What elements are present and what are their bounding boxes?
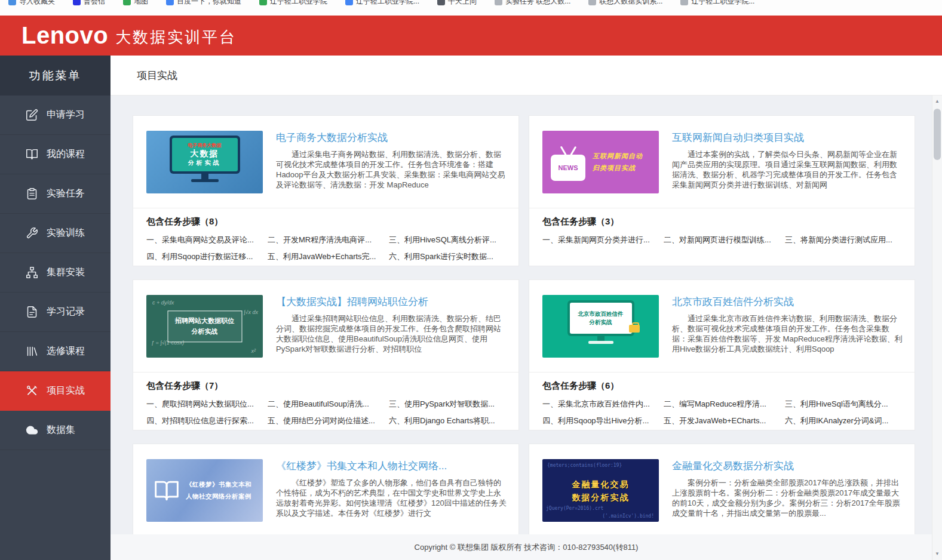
task-step[interactable]: 四、利用Sqoop进行数据迁移... [146, 251, 263, 262]
app-title: 大数据实训平台 [115, 23, 237, 48]
sidebar-item-project-practice[interactable]: 项目实战 [0, 371, 111, 411]
task-step[interactable]: 六、利用IKAnalyzer分词&词... [785, 416, 901, 426]
bookmark-label: 实验任务 联想大数... [505, 0, 570, 7]
sidebar-item-label: 项目实战 [47, 384, 85, 397]
project-card: c + dy/dx ∫√x dx ƒ = ∫√(1-cosx) x² 招聘网站大… [133, 279, 519, 430]
project-card-top: NEWS 互联网新闻自动归类项目实战 互联网新闻自动归类项目实战 通过本案例的实… [529, 116, 915, 208]
project-info: 互联网新闻自动归类项目实战 通过本案例的实战，了解类似今日头条、网易新闻等企业在… [672, 131, 903, 193]
thumbnail-caption: 互联网新闻自动归类项目实战 [593, 150, 643, 174]
task-step[interactable]: 一、爬取招聘网站大数据职位... [146, 399, 263, 410]
task-step[interactable]: 五、开发JavaWeb+ECharts... [664, 416, 780, 426]
task-steps-section: 包含任务步骤（3） 一、采集新闻网页分类并进行...二、对新闻网页进行模型训练.… [529, 208, 915, 266]
bookmark-item[interactable]: 百度一下，你就知道 [166, 0, 241, 7]
sidebar-item-datasets[interactable]: 数据集 [0, 411, 111, 450]
project-title-link[interactable]: 互联网新闻自动归类项目实战 [672, 131, 903, 144]
project-thumbnail[interactable]: {meters;contains(floor:19} jQuery(Per=20… [542, 459, 659, 522]
task-step[interactable]: 六、利用Spark进行实时数据... [389, 251, 505, 262]
task-step[interactable]: 四、利用Sqoop导出Hive分析... [542, 416, 659, 426]
project-card: NEWS 互联网新闻自动归类项目实战 互联网新闻自动归类项目实战 通过本案例的实… [529, 115, 915, 266]
project-card: 《红楼梦》书集文本和人物社交网络分析案例 《红楼梦》书集文本和人物社交网络...… [133, 444, 519, 534]
project-thumbnail[interactable]: 《红楼梦》书集文本和人物社交网络分析案例 [146, 459, 263, 522]
project-description: 通过本案例的实战，了解类似今日头条、网易新闻等企业在新闻产品类应用的实现原理。项… [672, 149, 903, 190]
sidebar-item-experiment-training[interactable]: 实验训练 [0, 214, 111, 253]
project-thumbnail[interactable]: 电子商务大数据大数据分析实战 [146, 131, 263, 193]
task-step[interactable]: 三、利用HiveSql语句离线分... [785, 399, 901, 410]
bookmark-favicon-icon [437, 0, 445, 5]
task-step[interactable]: 一、采集电商网站交易及评论... [146, 235, 263, 245]
project-thumbnail[interactable]: 北京市政百姓信件分析实战 [542, 295, 659, 358]
sidebar-item-study-records[interactable]: 学习记录 [0, 293, 111, 332]
steps-count-header: 包含任务步骤（8） [146, 216, 505, 227]
project-card-top: c + dy/dx ∫√x dx ƒ = ∫√(1-cosx) x² 招聘网站大… [133, 280, 518, 372]
project-card-top: 《红楼梦》书集文本和人物社交网络分析案例 《红楼梦》书集文本和人物社交网络...… [133, 444, 518, 534]
sidebar-item-cluster-install[interactable]: 集群安装 [0, 253, 111, 293]
task-step[interactable]: 三、利用HiveSQL离线分析评... [389, 235, 505, 245]
sidebar-item-label: 实验任务 [47, 187, 85, 200]
task-step[interactable]: 三、将新闻分类进行测试应用... [785, 235, 901, 245]
sidebar-item-apply-study[interactable]: 申请学习 [0, 96, 111, 135]
task-step[interactable]: 五、利用JavaWeb+Echarts完... [268, 251, 384, 262]
vertical-scrollbar[interactable]: ▲ ▼ [932, 96, 942, 560]
scroll-up-icon[interactable]: ▲ [932, 97, 942, 106]
scroll-down-icon[interactable]: ▼ [932, 549, 942, 559]
bookmark-item[interactable]: 实验任务 联想大数... [495, 0, 570, 7]
scrollbar-thumb[interactable] [934, 109, 941, 160]
task-step[interactable]: 二、编写MapReduce程序清... [664, 399, 780, 410]
bookmark-label: 百度一下，你就知道 [177, 0, 241, 7]
sidebar-item-label: 数据集 [47, 424, 75, 436]
experiment-task-icon [26, 187, 38, 200]
bookmark-favicon-icon [345, 0, 353, 5]
project-description: 通过采集电子商务网站数据、利用数据清洗、数据分析、数据可视化技术完成整体项目的开… [276, 149, 507, 190]
thumbnail-caption: 金融量化交易数据分析实战 [542, 477, 659, 504]
sidebar-item-experiment-tasks[interactable]: 实验任务 [0, 174, 111, 214]
bookmark-item[interactable]: 千天上间 [437, 0, 477, 7]
task-step[interactable]: 二、开发MR程序清洗电商评... [268, 235, 384, 245]
monitor-graphic: 北京市政百姓信件分析实战 [567, 300, 634, 336]
chalk-formula: x² [251, 348, 256, 354]
project-description: 通过采集招聘网站职位信息、利用数据清洗、数据分析、结巴分词、数据挖掘完成整体项目… [276, 313, 507, 354]
steps-count-header: 包含任务步骤（3） [542, 216, 901, 227]
sidebar-item-my-courses[interactable]: 我的课程 [0, 135, 111, 174]
monitor-stand [201, 174, 208, 179]
sidebar-item-elective-courses[interactable]: 选修课程 [0, 332, 111, 371]
bookmark-favicon-icon [495, 0, 502, 5]
bookmark-item[interactable]: 辽宁轻工职业学院 [259, 0, 327, 7]
bookmark-item[interactable]: 普会信 [73, 0, 105, 7]
bookmark-item[interactable]: 导入收藏夹 [8, 0, 55, 7]
project-practice-icon [26, 384, 38, 397]
project-title-link[interactable]: 金融量化交易数据分析实战 [672, 459, 903, 473]
bookmark-item[interactable]: 联想大数据实训系... [588, 0, 662, 7]
project-description: 通过采集北京市政百姓信件来访数据、利用数据清洗、数据分析、数据可视化技术完成整体… [672, 313, 903, 354]
bookmark-item[interactable]: 地图 [123, 0, 148, 7]
task-step[interactable]: 五、使用结巴分词对岗位描述... [268, 416, 384, 426]
project-card-top: 北京市政百姓信件分析实战 北京市政百姓信件分析实战 通过采集北京市政百姓信件来访… [529, 280, 915, 372]
project-thumbnail[interactable]: NEWS 互联网新闻自动归类项目实战 [542, 131, 659, 193]
project-card-top: {meters;contains(floor:19} jQuery(Per=20… [529, 444, 915, 534]
task-step[interactable]: 四、对招聘职位信息进行探索... [146, 416, 263, 426]
tv-news-icon: NEWS [551, 144, 585, 181]
briefcase-icon [629, 325, 640, 333]
sidebar-item-label: 学习记录 [47, 306, 85, 318]
task-step[interactable]: 二、使用BeautifulSoup清洗... [268, 399, 384, 410]
bookmark-item[interactable]: 辽宁轻工职业学院... [680, 0, 754, 7]
bookmark-favicon-icon [8, 0, 16, 5]
task-step[interactable]: 三、使用PySpark对智联数据... [389, 399, 505, 410]
project-title-link[interactable]: 电子商务大数据分析实战 [276, 131, 507, 144]
bookmark-label: 普会信 [84, 0, 105, 7]
footer: Copyright © 联想集团 版权所有 技术咨询：010-82793540(… [111, 534, 942, 560]
project-info: 电子商务大数据分析实战 通过采集电子商务网站数据、利用数据清洗、数据分析、数据可… [276, 131, 507, 193]
bookmark-favicon-icon [588, 0, 596, 5]
project-title-link[interactable]: 《红楼梦》书集文本和人物社交网络... [276, 459, 507, 473]
bookmark-label: 辽宁轻工职业学院 [270, 0, 327, 7]
task-step[interactable]: 一、采集北京市政百姓信件内... [542, 399, 659, 410]
bookmark-item[interactable]: 辽宁轻工职业学院... [345, 0, 419, 7]
task-step[interactable]: 一、采集新闻网页分类并进行... [542, 235, 659, 245]
task-steps-section: 包含任务步骤（6） 一、采集北京市政百姓信件内...二、编写MapReduce程… [529, 372, 915, 430]
project-title-link[interactable]: 北京市政百姓信件分析实战 [672, 295, 903, 309]
project-thumbnail[interactable]: c + dy/dx ∫√x dx ƒ = ∫√(1-cosx) x² 招聘网站大… [146, 295, 263, 358]
task-steps-section: 包含任务步骤（7） 一、爬取招聘网站大数据职位...二、使用BeautifulS… [133, 372, 518, 430]
task-step[interactable]: 六、利用Django Echarts将职... [389, 416, 505, 426]
task-step[interactable]: 二、对新闻网页进行模型训练... [664, 235, 780, 245]
project-title-link[interactable]: 【大数据实战】招聘网站职位分析 [276, 295, 507, 309]
project-info: 金融量化交易数据分析实战 案例分析一：分析金融类全部股票2017年的总涨跌额，并… [672, 459, 903, 522]
